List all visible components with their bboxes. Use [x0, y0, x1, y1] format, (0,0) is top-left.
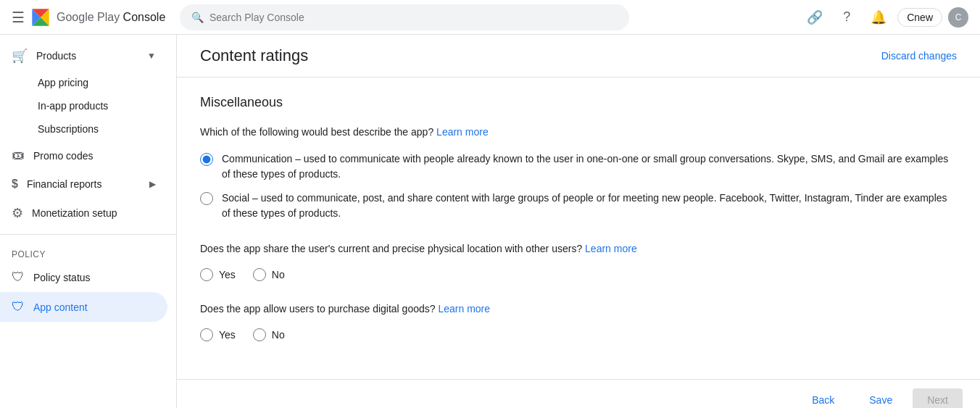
q1-option1-radio[interactable] [200, 153, 213, 166]
q1-learn-more-link[interactable]: Learn more [436, 126, 489, 138]
content-area: Content ratings Discard changes Miscella… [177, 35, 980, 408]
q3-no-radio[interactable] [253, 328, 266, 341]
q1-option2-label: Social – used to communicate, post, and … [222, 191, 957, 221]
policy-icon: 🛡 [12, 270, 25, 285]
sidebar-item-app-pricing[interactable]: App pricing [0, 71, 167, 94]
promo-codes-label: Promo codes [33, 150, 93, 162]
next-button[interactable]: Next [913, 388, 963, 408]
q3-learn-more-link[interactable]: Learn more [438, 303, 490, 315]
q3-yes-radio[interactable] [200, 328, 213, 341]
discard-changes-button[interactable]: Discard changes [881, 50, 957, 62]
financial-icon: $ [12, 178, 18, 191]
sidebar-item-policy-status[interactable]: 🛡 Policy status [0, 262, 167, 292]
products-label: Products [36, 50, 76, 62]
chevron-right-icon: ▶ [149, 179, 156, 189]
content-body: Miscellaneous Which of the following wou… [177, 78, 980, 379]
search-input[interactable] [209, 12, 618, 23]
app-content-icon: 🛡 [12, 299, 25, 315]
user-chip[interactable]: Cnew [897, 8, 942, 27]
question-3-block: Does the app allow users to purchase dig… [200, 301, 957, 341]
logo-area: ☰ Google Play Console [12, 7, 171, 28]
sidebar-item-products[interactable]: 🛒 Products ▼ [0, 41, 167, 71]
financial-reports-label: Financial reports [27, 178, 102, 190]
q1-option1-label: Communication – used to communicate with… [222, 151, 957, 182]
products-icon: 🛒 [12, 48, 28, 64]
sidebar-item-app-content[interactable]: 🛡 App content [0, 292, 167, 322]
monetization-setup-label: Monetization setup [32, 207, 117, 219]
q3-yes-label: Yes [219, 329, 236, 341]
q3-yes-option[interactable]: Yes [200, 328, 236, 341]
search-bar[interactable]: 🔍 [180, 4, 629, 30]
sidebar-item-promo-codes[interactable]: 🎟 Promo codes [0, 141, 167, 170]
section-title: Miscellaneous [200, 95, 957, 110]
monetization-icon: ⚙ [12, 205, 23, 221]
q3-no-label: No [272, 329, 285, 341]
link-icon-button[interactable]: 🔗 [802, 4, 828, 30]
promo-icon: 🎟 [12, 148, 25, 163]
app-content-label: App content [33, 301, 88, 313]
avatar[interactable]: C [948, 7, 968, 28]
question-1-text: Which of the following would best descri… [200, 125, 957, 140]
q1-option2[interactable]: Social – used to communicate, post, and … [200, 191, 957, 221]
question-3-text: Does the app allow users to purchase dig… [200, 301, 957, 317]
app-pricing-label: App pricing [38, 77, 88, 88]
q2-no-radio[interactable] [253, 268, 266, 281]
search-icon: 🔍 [191, 12, 204, 23]
policy-status-label: Policy status [33, 272, 91, 283]
q2-yes-radio[interactable] [200, 268, 213, 281]
sidebar-item-financial-reports[interactable]: $ Financial reports ▶ [0, 170, 167, 198]
in-app-products-label: In-app products [38, 100, 108, 112]
back-button[interactable]: Back [797, 388, 849, 408]
header-right: 🔗 ? 🔔 Cnew C [802, 4, 968, 30]
footer: Back Save Next [177, 379, 980, 408]
q2-options: Yes No [200, 268, 957, 281]
q2-yes-label: Yes [219, 269, 236, 280]
q2-yes-option[interactable]: Yes [200, 268, 236, 281]
hamburger-icon[interactable]: ☰ [12, 9, 25, 26]
notification-icon-button[interactable]: 🔔 [865, 4, 892, 30]
q2-no-option[interactable]: No [253, 268, 285, 281]
sidebar: 🛒 Products ▼ App pricing In-app products… [0, 35, 177, 408]
q3-options: Yes No [200, 328, 957, 341]
page-title: Content ratings [200, 46, 308, 65]
policy-section-label: Policy [0, 241, 176, 262]
q1-option2-radio[interactable] [200, 192, 213, 205]
sidebar-item-monetization-setup[interactable]: ⚙ Monetization setup [0, 198, 167, 228]
help-icon-button[interactable]: ? [834, 4, 860, 30]
q1-option1[interactable]: Communication – used to communicate with… [200, 151, 957, 182]
play-console-logo [30, 7, 51, 28]
user-name: Cnew [907, 12, 933, 23]
question-2-block: Does the app share the user's current an… [200, 241, 957, 281]
q2-no-label: No [272, 269, 285, 280]
header: ☰ Google Play Console 🔍 🔗 ? 🔔 Cnew C [0, 0, 980, 35]
question-1-block: Which of the following would best descri… [200, 125, 957, 221]
chevron-down-icon: ▼ [147, 51, 156, 61]
page-header: Content ratings Discard changes [177, 35, 980, 78]
question-2-text: Does the app share the user's current an… [200, 241, 957, 257]
sidebar-item-subscriptions[interactable]: Subscriptions [0, 117, 167, 141]
main-layout: 🛒 Products ▼ App pricing In-app products… [0, 35, 980, 408]
q2-learn-more-link[interactable]: Learn more [585, 243, 637, 254]
sidebar-divider [0, 234, 176, 235]
q3-no-option[interactable]: No [253, 328, 285, 341]
save-button[interactable]: Save [855, 388, 907, 408]
subscriptions-label: Subscriptions [38, 123, 99, 135]
logo-text: Google Play Console [57, 11, 165, 24]
sidebar-item-in-app-products[interactable]: In-app products [0, 94, 167, 117]
